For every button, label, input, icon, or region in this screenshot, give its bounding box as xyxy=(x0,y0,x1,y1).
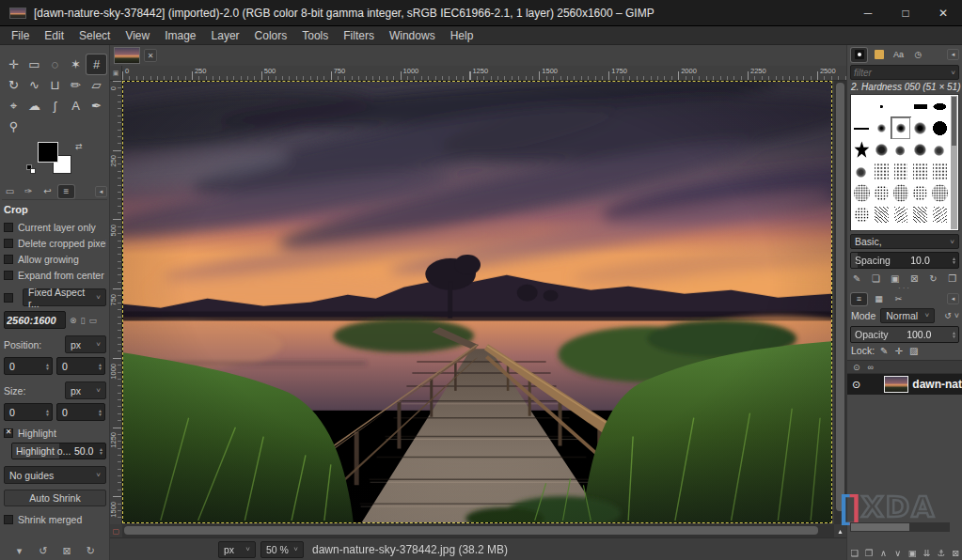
brush-thumbnail[interactable] xyxy=(891,139,911,161)
crop-tool[interactable]: # xyxy=(87,54,106,74)
paintbrush-tool[interactable]: ✏ xyxy=(66,75,86,95)
channels-tab[interactable]: ▦ xyxy=(871,293,887,305)
portrait-icon[interactable]: ▯ xyxy=(81,316,86,325)
zoom-level-dropdown[interactable]: 50 % ˅ xyxy=(260,541,304,558)
brush-thumbnail[interactable] xyxy=(891,161,911,182)
highlight-checkbox[interactable] xyxy=(4,428,13,438)
layer-row[interactable]: ⊙ dawn-nat xyxy=(847,374,962,395)
status-unit-dropdown[interactable]: px ˅ xyxy=(218,541,256,558)
duplicate-brush-button[interactable]: ▣ xyxy=(888,273,903,284)
brush-thumbnail[interactable] xyxy=(852,96,872,117)
layers-horizontal-scrollbar[interactable] xyxy=(850,522,950,532)
tool-option-checkbox[interactable]: Current layer only xyxy=(4,219,106,235)
brush-thumbnail[interactable] xyxy=(891,204,911,226)
checkbox[interactable] xyxy=(4,271,13,280)
brush-thumbnail[interactable] xyxy=(852,182,872,204)
brush-thumbnail[interactable] xyxy=(891,117,911,139)
fonts-tab[interactable]: Aa xyxy=(891,48,907,62)
shrink-merged-option[interactable]: Shrink merged xyxy=(4,511,106,527)
menu-item[interactable]: Edit xyxy=(37,26,71,45)
duplicate-layer-button[interactable]: ▣ xyxy=(907,548,919,558)
tool-option-checkbox[interactable]: Allow growing xyxy=(4,251,106,267)
smudge-tool[interactable]: ☁ xyxy=(24,96,44,116)
fixed-aspect-checkbox[interactable] xyxy=(4,293,13,303)
quick-mask-button[interactable]: ▢ xyxy=(110,524,122,537)
new-group-button[interactable]: ❐ xyxy=(863,548,875,558)
menu-item[interactable]: Select xyxy=(71,26,118,45)
link-column-icon[interactable]: ∞ xyxy=(868,363,874,372)
menu-item[interactable]: Image xyxy=(157,26,203,45)
brush-thumbnail[interactable] xyxy=(852,117,872,139)
clone-tool[interactable]: ⌖ xyxy=(4,96,24,116)
image-tab-thumbnail[interactable] xyxy=(114,47,140,64)
navigation-button[interactable]: ▴ xyxy=(834,524,846,537)
brush-thumbnail[interactable] xyxy=(891,96,911,117)
refresh-brushes-button[interactable]: ↻ xyxy=(925,273,940,284)
undo-history-tab[interactable]: ↩ xyxy=(39,185,55,198)
layer-list-empty-area[interactable] xyxy=(847,395,962,500)
spin-arrows-icon[interactable]: ▲▼ xyxy=(98,409,104,416)
new-brush-button[interactable]: ❏ xyxy=(868,273,883,284)
lock-position-icon[interactable]: ✛ xyxy=(895,346,903,356)
brush-thumbnail[interactable] xyxy=(930,204,950,226)
default-colors-icon[interactable] xyxy=(26,164,36,174)
warp-tool[interactable]: ∿ xyxy=(24,75,44,95)
paths-tool[interactable]: ʃ xyxy=(45,96,65,116)
eraser-tool[interactable]: ▱ xyxy=(87,75,106,95)
layers-tab[interactable]: ≡ xyxy=(851,293,867,305)
zoom-tool[interactable]: ⚲ xyxy=(4,117,24,136)
guides-dropdown[interactable]: No guides ˅ xyxy=(4,466,106,484)
fuzzy-select-tool[interactable]: ✶ xyxy=(66,54,86,74)
transform-tool[interactable]: ↻ xyxy=(4,75,24,95)
brush-scrollbar[interactable] xyxy=(951,96,957,229)
brush-thumbnail[interactable] xyxy=(872,161,891,182)
spin-arrows-icon[interactable]: ▲▼ xyxy=(45,363,52,370)
open-brush-as-image-button[interactable]: ❐ xyxy=(945,273,960,284)
horizontal-scrollbar[interactable] xyxy=(122,524,834,537)
anchor-layer-button[interactable]: ⚓ xyxy=(935,548,947,558)
spin-arrows-icon[interactable]: ▲▼ xyxy=(98,363,104,370)
paths-tab[interactable]: ✂ xyxy=(891,293,907,305)
scrollbar-thumb[interactable] xyxy=(851,523,909,531)
auto-shrink-button[interactable]: Auto Shrink xyxy=(4,490,106,506)
brush-thumbnail[interactable] xyxy=(872,139,891,161)
vertical-scrollbar[interactable] xyxy=(834,81,846,524)
bucket-fill-tool[interactable]: ⊔ xyxy=(45,75,65,95)
brush-thumbnail[interactable] xyxy=(910,96,930,117)
brush-thumbnail[interactable] xyxy=(852,204,872,226)
spacing-slider[interactable]: Spacing 10.0 ▲▼ xyxy=(850,252,959,269)
highlight-option[interactable]: Highlight xyxy=(4,425,106,441)
menu-item[interactable]: Layer xyxy=(204,26,247,45)
canvas-viewport[interactable] xyxy=(122,81,834,524)
menu-item[interactable]: Tools xyxy=(294,26,336,45)
spin-arrows-icon[interactable]: ▲▼ xyxy=(952,331,958,338)
rectangle-select-tool[interactable]: ▭ xyxy=(24,54,44,74)
brushes-tab[interactable] xyxy=(851,48,867,62)
layer-visibility-icon[interactable]: ⊙ xyxy=(852,379,863,391)
ink-tool[interactable]: ✒ xyxy=(87,96,106,116)
brush-thumbnail[interactable] xyxy=(930,117,950,139)
swap-colors-icon[interactable]: ⇄ xyxy=(75,142,83,151)
restore-tool-preset-button[interactable]: ↺ xyxy=(35,543,52,558)
filter-input[interactable] xyxy=(854,68,951,78)
canvas-image[interactable] xyxy=(122,81,832,523)
tab-menu-button[interactable]: ◂ xyxy=(947,293,959,304)
device-status-tab[interactable]: ✑ xyxy=(21,185,37,198)
brush-thumbnail[interactable] xyxy=(910,182,930,204)
checkbox[interactable] xyxy=(4,255,13,264)
menu-item[interactable]: Filters xyxy=(336,26,382,45)
position-y-spinner[interactable]: 0 ▲▼ xyxy=(56,357,105,375)
reset-tool-options-button[interactable]: ↻ xyxy=(82,543,99,558)
visibility-column-icon[interactable]: ⊙ xyxy=(853,363,860,372)
scrollbar-thumb[interactable] xyxy=(124,526,818,535)
menu-item[interactable]: Windows xyxy=(382,26,443,45)
fixed-aspect-dropdown[interactable]: Fixed Aspect r... ˅ xyxy=(23,288,106,306)
size-unit-dropdown[interactable]: px ˅ xyxy=(65,381,106,399)
edit-brush-button[interactable]: ✎ xyxy=(849,273,864,284)
highlight-opacity-slider[interactable]: Highlight o... 50.0 ▲▼ xyxy=(11,443,106,459)
brush-thumbnail[interactable] xyxy=(872,204,891,226)
merge-down-button[interactable]: ⇊ xyxy=(921,548,933,558)
raise-layer-button[interactable]: ∧ xyxy=(877,548,890,558)
tool-option-checkbox[interactable]: Expand from center xyxy=(4,267,106,283)
shrink-merged-checkbox[interactable] xyxy=(4,515,13,524)
